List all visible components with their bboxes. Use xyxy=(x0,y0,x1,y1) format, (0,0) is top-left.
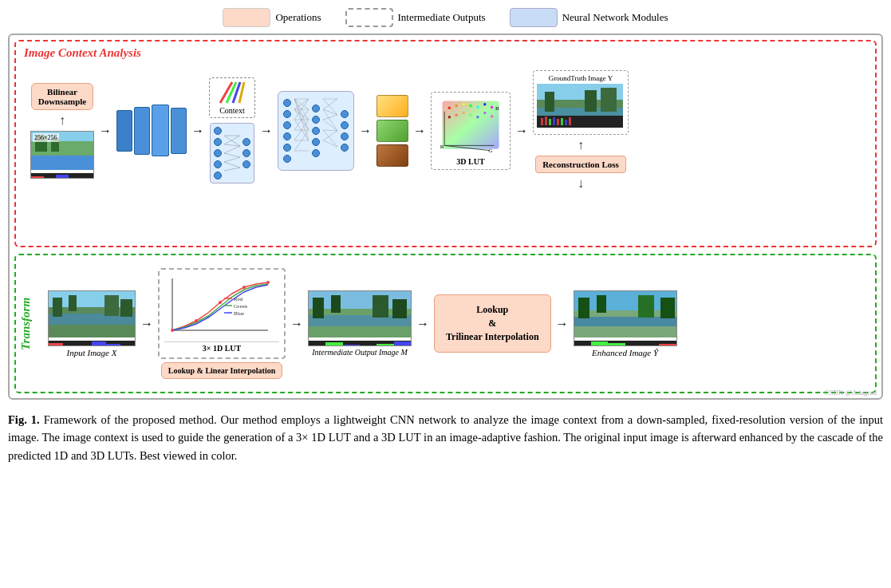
nn-c3 xyxy=(214,149,222,157)
svg-rect-110 xyxy=(392,299,407,318)
nn-c5 xyxy=(214,172,222,180)
arrow-recon: ↑ xyxy=(578,138,584,152)
enhanced-col: Enhanced Image Ŷ xyxy=(574,290,677,357)
nn-d2 xyxy=(242,149,250,157)
lookup-linear-box: Lookup & Linear Interpolation xyxy=(161,362,283,379)
arrow4: → xyxy=(359,124,372,138)
cnn-block-1 xyxy=(116,110,132,152)
svg-line-14 xyxy=(224,153,240,157)
context-label: Context xyxy=(216,106,248,115)
cnn-block-3 xyxy=(152,105,169,156)
arrow5: → xyxy=(413,124,426,138)
svg-rect-109 xyxy=(373,295,388,318)
nn-c2 xyxy=(214,138,222,146)
svg-text:Red: Red xyxy=(234,296,243,302)
section-bottom-label: Transform xyxy=(19,297,33,349)
svg-line-17 xyxy=(224,168,240,171)
svg-rect-47 xyxy=(442,101,499,148)
context-box: Context xyxy=(209,77,255,118)
intermediate-label: Intermediate Output Image M xyxy=(312,348,408,357)
svg-rect-87 xyxy=(69,295,77,311)
enhanced-label: Enhanced Image Ŷ xyxy=(592,348,658,357)
trilinear-box: Lookup&Trilinear Interpolation xyxy=(434,294,551,352)
page-container: Operations Intermediate Outputs Neural N… xyxy=(8,8,883,464)
arrow-b1: → xyxy=(140,317,153,331)
svg-point-52 xyxy=(476,105,479,109)
svg-point-48 xyxy=(448,106,451,109)
lut3d-label: 3D LUT xyxy=(435,157,507,166)
svg-rect-82 xyxy=(569,117,571,125)
svg-point-53 xyxy=(483,103,487,106)
svg-line-45 xyxy=(323,131,337,140)
input-img xyxy=(48,290,136,346)
svg-rect-75 xyxy=(541,118,543,125)
recon-loss: Reconstruction Loss xyxy=(535,156,626,173)
hist-input xyxy=(49,341,135,346)
arrow1: → xyxy=(99,124,112,138)
arrow-up: ↑ xyxy=(59,113,65,128)
svg-rect-79 xyxy=(557,119,559,125)
gt-box: GroundTruth Image Y xyxy=(533,70,629,135)
svg-point-95 xyxy=(219,301,222,304)
svg-point-93 xyxy=(171,329,174,332)
arrow-b3: → xyxy=(416,317,429,331)
nn-c1 xyxy=(214,127,222,135)
svg-rect-107 xyxy=(313,298,324,318)
size-label: 256×256 xyxy=(33,133,59,142)
lut-3d-svg: R G B xyxy=(439,96,503,156)
svg-point-96 xyxy=(242,286,246,289)
enhanced-img-svg xyxy=(574,291,677,337)
enhanced-img xyxy=(574,290,677,346)
svg-point-61 xyxy=(491,115,494,118)
lut-cube-yellow xyxy=(377,95,408,117)
legend-intermediate: Intermediate Outputs xyxy=(345,8,486,27)
operations-box xyxy=(223,8,270,27)
nn-lines-svg xyxy=(224,132,240,176)
svg-rect-108 xyxy=(331,295,341,313)
section-top-label: Image Context Analysis xyxy=(24,46,141,60)
fig-label: Fig. 1. xyxy=(8,413,40,426)
context-col: Context xyxy=(209,77,255,184)
svg-line-43 xyxy=(323,130,337,131)
lut-3d-box: R G B 3D LUT xyxy=(431,92,511,170)
intermediate-label: Intermediate Outputs xyxy=(398,11,486,24)
cnn-blocks xyxy=(116,105,187,156)
arrow-recon2: ↓ xyxy=(578,176,584,191)
hist-intermediate xyxy=(309,341,411,346)
big-nn-lines1 xyxy=(294,95,309,167)
svg-rect-115 xyxy=(597,295,606,313)
svg-text:Green: Green xyxy=(234,303,248,310)
svg-point-56 xyxy=(455,113,458,116)
nn-col-2 xyxy=(242,138,250,168)
svg-point-54 xyxy=(491,105,494,109)
svg-rect-73 xyxy=(601,88,617,112)
diagram: Image Context Analysis BilinearDownsampl… xyxy=(8,34,883,400)
svg-rect-72 xyxy=(585,90,597,112)
neural-box xyxy=(510,8,558,27)
nn-d1 xyxy=(242,138,250,146)
arrow-b4: → xyxy=(556,317,569,331)
svg-line-13 xyxy=(224,146,240,153)
svg-point-58 xyxy=(469,113,472,116)
big-nn-col3 xyxy=(341,110,349,152)
svg-rect-71 xyxy=(545,92,554,112)
svg-line-25 xyxy=(294,109,309,120)
svg-line-15 xyxy=(224,157,240,162)
svg-point-94 xyxy=(195,319,198,322)
svg-line-41 xyxy=(323,115,337,120)
svg-point-55 xyxy=(448,116,451,119)
svg-rect-88 xyxy=(104,295,119,316)
svg-point-57 xyxy=(462,111,465,114)
small-nn xyxy=(210,123,254,184)
nn-c4 xyxy=(214,160,222,168)
svg-text:R: R xyxy=(440,143,444,149)
svg-text:Blue: Blue xyxy=(234,310,244,317)
lut1d-col: Red Green Blue 3× 1D LUT Lookup & Linear… xyxy=(158,268,286,379)
svg-rect-81 xyxy=(565,120,567,125)
input-label: Input Image X xyxy=(67,348,117,357)
svg-rect-89 xyxy=(120,299,132,317)
arrow6: → xyxy=(515,124,528,138)
svg-point-49 xyxy=(455,104,458,107)
lut-cube-brown xyxy=(377,144,408,167)
svg-rect-117 xyxy=(660,298,675,318)
